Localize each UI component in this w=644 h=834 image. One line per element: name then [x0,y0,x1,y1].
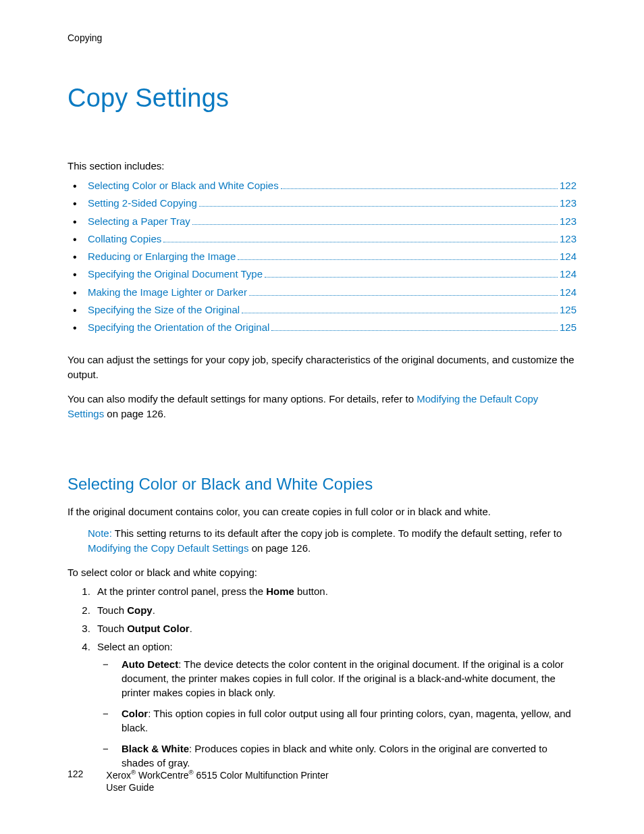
option-desc: : This option copies in full color outpu… [122,708,571,733]
option-item: Color: This option copies in full color … [122,706,576,735]
toc-dots [192,224,558,225]
text: At the printer control panel, press the [97,585,266,597]
toc-page[interactable]: 123 [560,230,576,248]
toc-link[interactable]: Reducing or Enlarging the Image [88,248,236,265]
toc-link[interactable]: Selecting Color or Black and White Copie… [88,177,279,194]
note-text: on page 126. [248,542,311,554]
step-item: Select an option: Auto Detect: The devic… [93,639,576,770]
toc-item: Selecting a Paper Tray 123 [68,213,576,230]
bold-text: Output Color [127,623,189,634]
toc-dots [281,188,558,189]
note-label: Note: [88,527,112,539]
footer-model: 6515 Color Multifunction Printer [194,770,329,781]
toc-link[interactable]: Specifying the Size of the Original [88,301,240,319]
toc-link[interactable]: Specifying the Original Document Type [88,265,263,283]
running-header: Copying [68,32,576,43]
section-includes-label: This section includes: [68,160,576,172]
text: Touch [97,604,127,616]
text: . [190,623,192,634]
options-list: Auto Detect: The device detects the colo… [97,657,576,770]
option-desc: : The device detects the color content i… [122,658,564,698]
intro-paragraph-1: You can adjust the settings for your cop… [68,353,576,382]
toc-item: Specifying the Original Document Type 12… [68,265,576,283]
toc-page[interactable]: 123 [560,213,576,230]
note-block: Note: This setting returns to its defaul… [88,526,576,556]
steps-intro: To select color or black and white copyi… [68,565,576,580]
bold-text: Home [266,585,294,597]
toc-item: Collating Copies 123 [68,230,576,248]
toc-page[interactable]: 123 [560,194,576,212]
text: . [153,604,155,616]
text: on page 126. [104,408,166,419]
toc-page[interactable]: 124 [560,265,576,283]
toc-link[interactable]: Specifying the Orientation of the Origin… [88,319,269,336]
toc-link[interactable]: Setting 2-Sided Copying [88,194,197,212]
toc-list: Selecting Color or Black and White Copie… [68,177,576,336]
toc-dots [199,206,558,207]
text: Select an option: [97,641,173,652]
note-text: This setting returns to its default afte… [112,527,562,539]
toc-item: Reducing or Enlarging the Image 124 [68,248,576,265]
toc-item: Selecting Color or Black and White Copie… [68,177,576,194]
toc-item: Making the Image Lighter or Darker 124 [68,284,576,301]
step-item: Touch Copy. [93,602,576,618]
option-item: Black & White: Produces copies in black … [122,741,576,770]
toc-dots [271,330,558,331]
toc-dots [163,242,558,242]
toc-page[interactable]: 122 [560,177,576,194]
footer-brand: Xerox [106,770,131,781]
toc-page[interactable]: 125 [560,319,576,336]
option-name: Black & White [122,743,189,754]
toc-dots [242,313,558,313]
option-item: Auto Detect: The device detects the colo… [122,657,576,700]
sub-intro: If the original document contains color,… [68,504,576,519]
intro-paragraph-2: You can also modify the default settings… [68,392,576,421]
page-footer: 122 Xerox® WorkCentre® 6515 Color Multif… [68,768,329,793]
toc-page[interactable]: 125 [560,301,576,319]
footer-doc-title: User Guide [106,781,328,793]
page-title: Copy Settings [68,84,576,113]
toc-item: Specifying the Orientation of the Origin… [68,319,576,336]
option-name: Color [122,708,148,719]
toc-item: Setting 2-Sided Copying 123 [68,194,576,212]
modify-copy-defaults-link[interactable]: Modifying the Copy Default Settings [88,542,248,554]
text: Touch [97,623,127,634]
bold-text: Copy [127,604,153,616]
toc-page[interactable]: 124 [560,284,576,301]
subheading-selecting-color: Selecting Color or Black and White Copie… [68,475,576,494]
toc-dots [238,259,558,260]
toc-link[interactable]: Making the Image Lighter or Darker [88,284,247,301]
footer-page-number: 122 [68,768,83,779]
toc-dots [249,295,558,296]
step-item: At the printer control panel, press the … [93,583,576,599]
footer-text: Xerox® WorkCentre® 6515 Color Multifunct… [106,768,328,793]
toc-page[interactable]: 124 [560,248,576,265]
toc-link[interactable]: Selecting a Paper Tray [88,213,190,230]
footer-product: WorkCentre [136,770,188,781]
text: button. [294,585,328,597]
option-name: Auto Detect [122,658,178,670]
registered-icon: ® [188,768,193,776]
toc-item: Specifying the Size of the Original 125 [68,301,576,319]
text: You can also modify the default settings… [68,393,417,405]
steps-list: At the printer control panel, press the … [68,583,576,770]
toc-dots [265,277,558,278]
toc-link[interactable]: Collating Copies [88,230,161,248]
step-item: Touch Output Color. [93,621,576,636]
